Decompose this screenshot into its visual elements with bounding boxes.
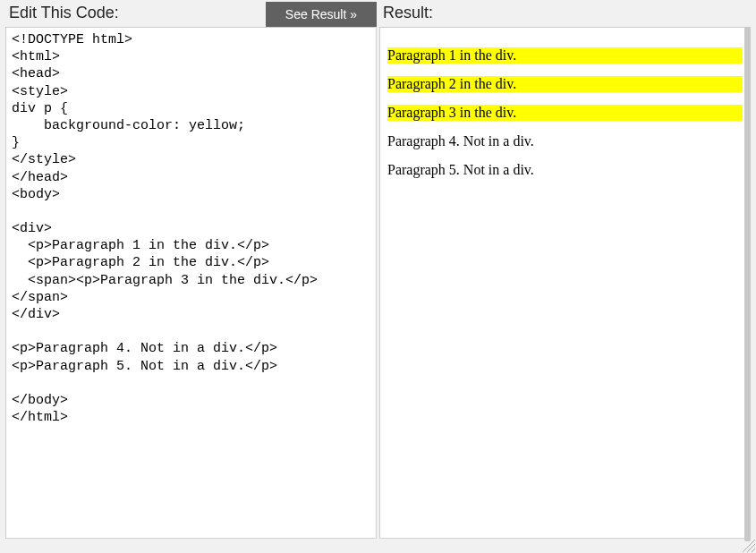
editor-panel: Edit This Code: See Result » [5,3,377,539]
resize-handle-icon[interactable] [738,535,756,553]
tryit-container: Edit This Code: See Result » Result: Par… [0,0,756,544]
result-paragraph: Paragraph 3 in the div. [387,105,743,121]
svg-line-1 [747,544,755,552]
result-panel: Result: Paragraph 1 in the div. Paragrap… [379,3,751,539]
result-header: Result: [379,3,751,27]
svg-line-2 [752,549,755,552]
scrollbar[interactable] [744,27,751,541]
result-paragraph: Paragraph 2 in the div. [387,76,743,92]
result-title: Result: [383,4,433,21]
editor-header: Edit This Code: See Result » [5,3,377,27]
see-result-button[interactable]: See Result » [266,2,377,27]
result-paragraph: Paragraph 5. Not in a div. [387,162,743,178]
result-paragraph: Paragraph 1 in the div. [387,47,743,64]
editor-title: Edit This Code: [9,4,119,21]
result-frame: Paragraph 1 in the div. Paragraph 2 in t… [379,27,751,539]
code-editor[interactable] [5,27,377,539]
result-paragraph: Paragraph 4. Not in a div. [387,133,743,149]
